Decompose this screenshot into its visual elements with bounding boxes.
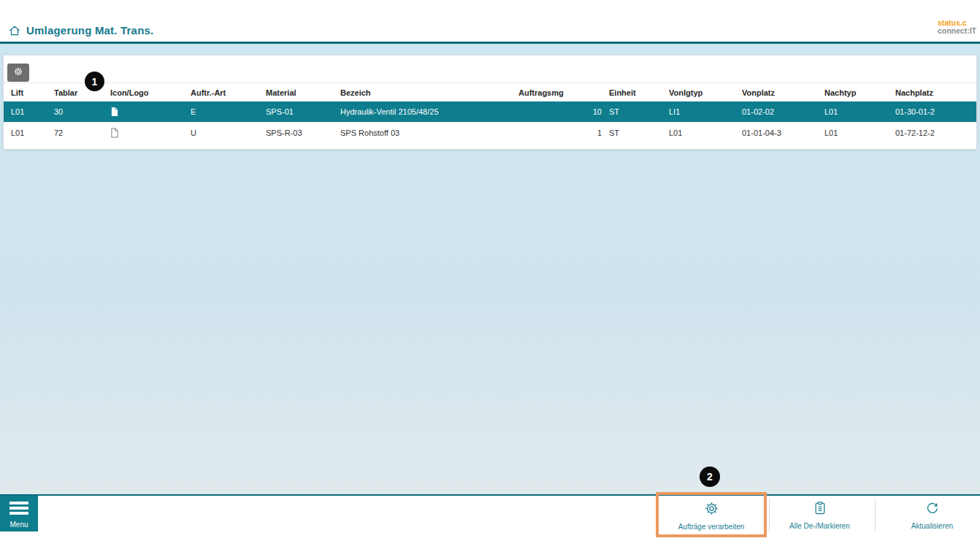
cell-vonlgtyp: L01	[669, 128, 742, 137]
cell-material: SPS-01	[266, 107, 340, 116]
column-header-tablar[interactable]: Tablar	[54, 88, 110, 97]
document-icon	[110, 127, 191, 137]
cell-vonplatz: 01-01-04-3	[742, 128, 824, 137]
annotation-step-2-badge: 2	[700, 467, 720, 487]
table-settings-button[interactable]	[7, 64, 29, 82]
cell-einheit: ST	[602, 107, 669, 116]
table-row[interactable]: L01 30 E SPS-01 Hydraulik-Ventil 2105/48…	[4, 101, 976, 122]
footer-bar: Menu Aufträge verarbeiten Alle De-/Marki…	[0, 496, 980, 549]
cell-auftr-art: E	[191, 107, 266, 116]
process-orders-label: Aufträge verarbeiten	[678, 523, 745, 531]
cell-nachtyp: L01	[824, 128, 895, 137]
hamburger-icon	[9, 502, 28, 517]
column-header-vonlgtyp[interactable]: Vonlgtyp	[669, 88, 742, 97]
cell-tablar: 72	[54, 128, 110, 137]
column-header-nachtyp[interactable]: Nachtyp	[824, 88, 895, 97]
column-header-vonplatz[interactable]: Vonplatz	[742, 88, 824, 97]
brand-logo: status.c connect:IT	[938, 19, 976, 35]
footer-button-divider	[875, 498, 876, 531]
column-header-bezeich[interactable]: Bezeich	[340, 88, 518, 97]
column-header-lift[interactable]: Lift	[11, 88, 54, 97]
cell-tablar: 30	[54, 107, 110, 116]
toggle-mark-all-button[interactable]: Alle De-/Markieren	[770, 498, 870, 531]
cell-nachtyp: L01	[824, 107, 895, 116]
gear-icon	[704, 501, 719, 518]
refresh-icon	[925, 501, 940, 518]
column-header-einheit[interactable]: Einheit	[602, 88, 669, 97]
column-header-icon-logo[interactable]: Icon/Logo	[110, 88, 191, 97]
cell-nachplatz: 01-30-01-2	[895, 107, 976, 116]
cell-material: SPS-R-03	[266, 128, 340, 137]
menu-button[interactable]: Menu	[0, 496, 38, 531]
cell-nachplatz: 01-72-12-2	[895, 128, 976, 137]
gear-icon	[13, 66, 23, 79]
clipboard-icon	[813, 501, 827, 518]
column-header-auftr-art[interactable]: Auftr.-Art	[191, 88, 266, 97]
toggle-mark-all-label: Alle De-/Markieren	[789, 522, 850, 530]
cell-lift: L01	[11, 107, 54, 116]
cell-auftr-art: U	[191, 128, 266, 137]
column-header-nachplatz[interactable]: Nachplatz	[895, 88, 976, 97]
orders-table-panel: Lift Tablar Icon/Logo Auftr.-Art Materia…	[3, 55, 977, 150]
refresh-label: Aktualisieren	[911, 522, 953, 530]
cell-lift: L01	[11, 128, 54, 137]
home-icon[interactable]	[8, 24, 21, 37]
cell-bezeich: SPS Rohstoff 03	[340, 128, 518, 137]
page-title: Umlagerung Mat. Trans.	[26, 24, 153, 37]
cell-bezeich: Hydraulik-Ventil 2105/48/25	[340, 107, 518, 116]
annotation-step-1-badge: 1	[85, 72, 104, 91]
table-toolbar	[4, 55, 976, 83]
cell-vonlgtyp: LI1	[669, 107, 742, 116]
table-row[interactable]: L01 72 U SPS-R-03 SPS Rohstoff 03 1 ST L…	[4, 122, 976, 142]
menu-button-label: Menu	[0, 521, 38, 529]
cell-einheit: ST	[602, 128, 669, 137]
cell-auftragsmg: 10	[518, 107, 602, 116]
refresh-button[interactable]: Aktualisieren	[880, 498, 980, 531]
column-header-auftragsmg[interactable]: Auftragsmg	[518, 88, 602, 97]
cell-auftragsmg: 1	[518, 128, 602, 137]
brand-logo-line2: connect:IT	[938, 27, 976, 35]
document-icon	[110, 107, 191, 117]
app-header: Umlagerung Mat. Trans. status.c connect:…	[0, 0, 980, 42]
process-orders-button[interactable]: Aufträge verarbeiten	[656, 498, 767, 531]
column-header-material[interactable]: Material	[266, 88, 340, 97]
cell-vonplatz: 01-02-02	[742, 107, 824, 116]
table-header-row: Lift Tablar Icon/Logo Auftr.-Art Materia…	[4, 83, 976, 101]
